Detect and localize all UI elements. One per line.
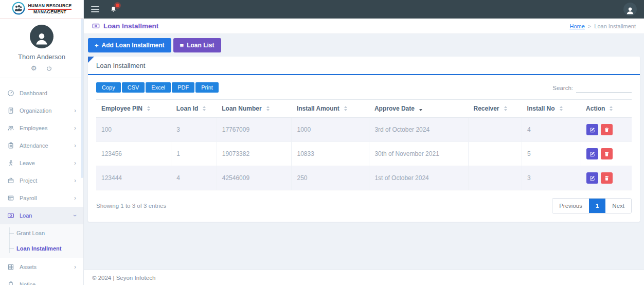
table-row: 100 3 17767009 1000 3rd of October 2024 … <box>96 118 632 142</box>
sort-icon <box>266 106 270 111</box>
user-block: Thom Anderson ⚙ <box>0 19 83 78</box>
list-icon: ≡ <box>180 42 184 49</box>
sidebar-item-label: Dashboard <box>20 90 47 96</box>
app-logo[interactable]: HUMAN RESOURCE MANAGEMENT <box>0 0 83 19</box>
sidebar-item-label: Organization <box>20 108 51 114</box>
logo-people-icon <box>12 2 25 17</box>
sidebar-item-dashboard[interactable]: Dashboard <box>0 84 83 102</box>
search-input[interactable] <box>576 83 632 93</box>
col-employee-pin[interactable]: Employee PIN <box>96 100 171 118</box>
sidebar-item-payroll[interactable]: Payroll › <box>0 189 83 207</box>
menu-toggle-icon[interactable] <box>91 6 99 12</box>
sidebar-item-project[interactable]: Project › <box>0 172 83 189</box>
cell-install-no: 4 <box>522 118 581 142</box>
copyright-text: © 2024 | Seyon Infotech <box>92 275 155 281</box>
table-header-row: Employee PIN Loan Id Loan Number Install… <box>96 100 632 118</box>
submenu-item-loan-installment[interactable]: Loan Installment <box>0 241 83 256</box>
cell-loan-id: 1 <box>171 142 217 166</box>
cell-loan-number: 42546009 <box>217 166 292 190</box>
logout-power-icon[interactable] <box>46 65 52 72</box>
topbar-user-avatar[interactable] <box>623 3 637 16</box>
sidebar-item-label: Attendance <box>20 142 48 149</box>
chevron-right-icon: › <box>74 195 76 201</box>
sidebar-item-label: Leave <box>20 160 35 166</box>
user-avatar[interactable] <box>30 25 53 48</box>
chevron-right-icon: › <box>74 125 76 131</box>
sidebar-item-attendance[interactable]: Attendance › <box>0 137 83 154</box>
table-row: 123444 4 42546009 250 1st of October 202… <box>96 166 632 190</box>
card-corner-ribbon <box>88 57 94 63</box>
cell-loan-number: 17767009 <box>217 118 292 142</box>
add-loan-installment-button[interactable]: + Add Loan Installment <box>88 38 171 52</box>
payroll-icon <box>7 194 14 202</box>
table-footer: Showing 1 to 3 of 3 entries Previous 1 N… <box>96 198 632 213</box>
sidebar-item-notice[interactable]: Notice <box>0 276 83 285</box>
col-loan-id[interactable]: Loan Id <box>171 100 217 118</box>
col-approve-date[interactable]: Approve Date <box>369 100 469 118</box>
col-install-no[interactable]: Install No <box>522 100 581 118</box>
cell-approve-date: 3rd of October 2024 <box>369 118 469 142</box>
sidebar-item-leave[interactable]: Leave › <box>0 154 83 172</box>
add-button-label: Add Loan Installment <box>102 42 165 49</box>
previous-page-button[interactable]: Previous <box>552 199 589 213</box>
plus-icon: + <box>95 42 99 49</box>
col-loan-number[interactable]: Loan Number <box>217 100 292 118</box>
page-actions: + Add Loan Installment ≡ Loan List <box>88 38 640 52</box>
breadcrumb-separator: > <box>588 23 591 29</box>
col-install-amount[interactable]: Install Amount <box>292 100 369 118</box>
cell-approve-date: 1st of October 2024 <box>369 166 469 190</box>
delete-button[interactable] <box>601 148 613 159</box>
col-action[interactable]: Action <box>581 100 632 118</box>
sort-icon <box>203 106 206 111</box>
brand-line2: MANAGEMENT <box>33 9 66 14</box>
list-button-label: Loan List <box>187 42 214 49</box>
chevron-right-icon: › <box>74 160 76 166</box>
topbar <box>84 0 644 19</box>
cell-receiver <box>468 166 522 190</box>
pdf-button[interactable]: PDF <box>172 82 194 93</box>
sidebar-item-loan[interactable]: Loan › <box>0 207 83 224</box>
settings-gear-icon[interactable]: ⚙ <box>31 65 37 72</box>
edit-button[interactable] <box>586 124 598 135</box>
sort-icon <box>610 106 613 111</box>
sort-desc-icon <box>419 106 422 111</box>
search-label: Search: <box>552 85 573 91</box>
sidebar-item-organization[interactable]: Organization › <box>0 102 83 119</box>
user-name: Thom Anderson <box>0 53 83 61</box>
sidebar-item-employees[interactable]: Employees › <box>0 119 83 137</box>
copy-button[interactable]: Copy <box>96 82 121 93</box>
sidebar-item-assets[interactable]: Assets › <box>0 258 83 276</box>
attendance-icon <box>7 142 14 149</box>
current-page-button[interactable]: 1 <box>589 199 605 213</box>
breadcrumb-current: Loan Installment <box>594 23 636 29</box>
sidebar-item-label: Assets <box>20 264 37 270</box>
excel-button[interactable]: Excel <box>146 82 171 93</box>
sidebar-item-label: Project <box>20 177 37 184</box>
page-header: Loan Installment Home > Loan Installment <box>84 19 644 34</box>
sidebar-scrollbar[interactable] <box>81 19 83 178</box>
sidebar-item-label: Notice <box>20 281 35 285</box>
entries-info: Showing 1 to 3 of 3 entries <box>96 203 166 209</box>
col-receiver[interactable]: Receiver <box>468 100 522 118</box>
edit-button[interactable] <box>586 148 598 159</box>
cell-install-no: 3 <box>522 166 581 190</box>
edit-button[interactable] <box>586 172 598 184</box>
cell-receiver <box>468 142 522 166</box>
page-title: Loan Installment <box>92 22 158 30</box>
delete-button[interactable] <box>601 172 613 184</box>
print-button[interactable]: Print <box>195 82 219 93</box>
submenu-item-grant-loan[interactable]: Grant Loan <box>0 225 83 241</box>
cell-install-no: 5 <box>522 142 581 166</box>
breadcrumb-home-link[interactable]: Home <box>570 23 585 29</box>
cell-approve-date: 30th of November 2021 <box>369 142 469 166</box>
next-page-button[interactable]: Next <box>605 199 631 213</box>
sidebar: HUMAN RESOURCE MANAGEMENT Thom Anderson … <box>0 0 84 285</box>
loan-list-button[interactable]: ≡ Loan List <box>173 38 221 52</box>
csv-button[interactable]: CSV <box>122 82 145 93</box>
main-content: + Add Loan Installment ≡ Loan List Loan … <box>84 34 644 270</box>
notifications-bell-icon[interactable] <box>110 6 117 13</box>
chevron-right-icon: › <box>74 264 76 270</box>
delete-button[interactable] <box>601 124 613 135</box>
sort-icon <box>560 106 563 111</box>
loan-installment-card: Loan Installment Copy CSV Excel PDF Prin… <box>88 57 640 222</box>
